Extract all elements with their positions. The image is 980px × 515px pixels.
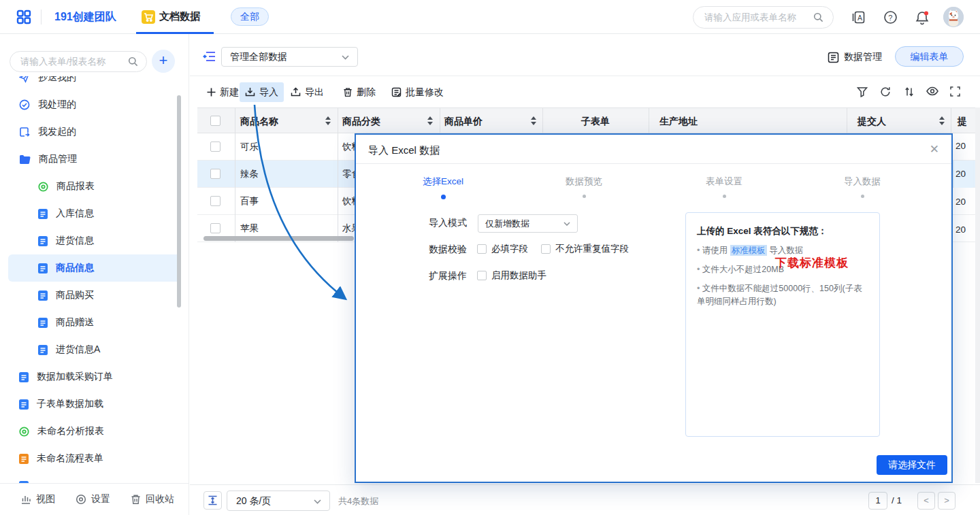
sidebar-item-product-gift[interactable]: 商品赠送 <box>0 309 189 336</box>
fullscreen-icon[interactable] <box>950 86 960 97</box>
col-production-address[interactable]: 生产地址 <box>659 108 698 134</box>
batch-edit-button[interactable]: 批量修改 <box>386 82 449 102</box>
data-assistant-checkbox[interactable]: 启用数据助手 <box>477 269 546 282</box>
export-button[interactable]: 导出 <box>285 82 329 102</box>
collapse-sidebar-icon[interactable] <box>203 50 216 63</box>
checkbox[interactable] <box>477 271 487 280</box>
batch-edit-icon <box>391 87 402 97</box>
row-height-button[interactable] <box>203 491 222 510</box>
svg-text:A: A <box>858 14 862 22</box>
sidebar-search-input[interactable] <box>20 52 121 71</box>
page-number-input[interactable]: 1 <box>868 492 887 510</box>
form-icon <box>38 263 48 273</box>
row-checkbox[interactable] <box>210 196 220 206</box>
plus-icon <box>207 88 216 97</box>
close-icon[interactable]: ✕ <box>930 142 939 156</box>
horizontal-scrollbar[interactable] <box>203 236 354 241</box>
search-icon[interactable] <box>813 12 823 22</box>
chevron-down-icon <box>342 55 349 60</box>
sort-toggle[interactable] <box>531 116 536 125</box>
sidebar-item-product-buy[interactable]: 商品购买 <box>0 282 189 309</box>
recycle-bin-button[interactable]: 回收站 <box>131 493 174 505</box>
data-view-selector[interactable]: 管理全部数据 <box>221 47 358 67</box>
sidebar-item-cc-to-me[interactable]: 抄送我的 <box>0 76 189 91</box>
tab-doc-data[interactable]: 文档数据 <box>136 0 214 34</box>
avatar[interactable] <box>943 7 964 27</box>
sidebar-item-subform-data-load[interactable]: 子表单数据加载 <box>0 391 189 418</box>
delete-button[interactable]: 删除 <box>338 82 381 102</box>
import-mode-select[interactable]: 仅新增数据 <box>478 214 578 233</box>
sidebar-item-data-load-order[interactable]: 数据加载采购订单 <box>0 363 189 391</box>
export-icon <box>291 87 301 97</box>
select-all-checkbox[interactable] <box>210 116 220 126</box>
import-mode-label: 导入模式 <box>429 217 467 229</box>
col-subform[interactable]: 子表单 <box>542 108 649 134</box>
col-product-name[interactable]: 商品名称 <box>240 108 278 134</box>
sidebar-item-inbound-info[interactable]: 入库信息 <box>0 200 189 227</box>
next-page-button[interactable]: > <box>938 492 956 510</box>
team-name[interactable]: 191创建团队 <box>54 10 116 24</box>
form-icon <box>38 209 48 219</box>
checkbox[interactable] <box>541 244 551 254</box>
refresh-icon[interactable] <box>880 86 891 97</box>
checkbox[interactable] <box>477 244 487 254</box>
import-button[interactable]: 导入 <box>240 82 284 102</box>
sidebar-item-purchase-info-a[interactable]: 进货信息A <box>0 336 189 363</box>
trash-icon <box>131 494 141 505</box>
sort-toggle[interactable] <box>939 116 945 125</box>
sidebar-item-product-info[interactable]: 商品信息 <box>8 254 181 282</box>
sort-toggle[interactable] <box>427 116 433 125</box>
sort-icon[interactable] <box>904 86 915 97</box>
standard-template-link[interactable]: 标准模板 <box>730 245 767 256</box>
sidebar-item-product-report[interactable]: 商品报表 <box>0 173 189 200</box>
filter-all-pill[interactable]: 全部 <box>231 7 269 26</box>
help-icon[interactable]: ? <box>883 10 898 24</box>
spec-title: 上传的 Excel 表符合以下规范： <box>697 225 827 237</box>
sidebar-item-initiated-by-me[interactable]: 我发起的 <box>0 118 189 146</box>
sidebar-item-my-tasks[interactable]: 我处理的 <box>0 91 189 118</box>
apps-grid-icon[interactable] <box>16 10 31 24</box>
search-icon[interactable] <box>128 56 138 67</box>
sidebar-item-unnamed-report[interactable]: 未命名分析报表 <box>0 418 189 445</box>
sidebar-list: 抄送我的 我处理的 我发起的 商品管理 商品报表 <box>0 76 189 515</box>
row-checkbox[interactable] <box>210 169 220 179</box>
prev-page-button[interactable]: < <box>917 492 935 510</box>
gear-icon <box>76 494 86 505</box>
row-checkbox[interactable] <box>210 142 220 152</box>
sort-toggle[interactable] <box>325 116 331 125</box>
send-icon <box>19 76 30 83</box>
sidebar-item-unnamed-flow-form[interactable]: 未命名流程表单 <box>0 445 189 472</box>
data-manage-button[interactable]: 数据管理 <box>828 51 882 63</box>
row-checkbox[interactable] <box>210 223 220 233</box>
add-form-button[interactable]: + <box>152 50 175 73</box>
sidebar-scrollbar[interactable] <box>177 95 181 308</box>
col-product-price[interactable]: 商品单价 <box>444 108 483 134</box>
cart-icon <box>142 10 155 24</box>
step-data-preview: 数据预览 <box>543 176 625 188</box>
form-icon <box>19 399 29 410</box>
no-duplicate-checkbox[interactable]: 不允许重复值字段 <box>541 243 629 255</box>
eye-icon[interactable] <box>926 86 938 96</box>
select-file-button[interactable]: 请选择文件 <box>877 455 947 475</box>
col-submitter[interactable]: 提交人 <box>858 108 886 134</box>
global-search-input[interactable] <box>704 7 806 28</box>
form-icon <box>38 345 48 355</box>
doc-send-icon <box>19 127 30 137</box>
required-field-checkbox[interactable]: 必填字段 <box>477 243 528 255</box>
col-submit-time-cut[interactable]: 提 <box>958 108 967 134</box>
sidebar-folder-product-mgmt[interactable]: 商品管理 <box>0 146 189 173</box>
new-button[interactable]: 新建 <box>201 82 244 102</box>
notification-bell-icon[interactable] <box>915 10 930 25</box>
spec-bullet-limits: 文件中数据不能超过50000行、150列(子表单明细同样占用行数) <box>697 282 868 309</box>
cell-submit-time-cut: 20 <box>956 225 966 235</box>
right-scroll-track <box>975 107 980 483</box>
language-icon[interactable]: A <box>851 10 866 24</box>
cell-product-name: 可乐 <box>240 141 259 153</box>
views-button[interactable]: 视图 <box>20 493 55 505</box>
col-product-category[interactable]: 商品分类 <box>342 108 380 134</box>
edit-form-button[interactable]: 编辑表单 <box>895 46 964 67</box>
sidebar-item-purchase-info[interactable]: 进货信息 <box>0 227 189 254</box>
filter-icon[interactable] <box>857 86 868 97</box>
settings-button[interactable]: 设置 <box>76 493 110 505</box>
page-size-select[interactable]: 20 条/页 <box>227 491 330 511</box>
